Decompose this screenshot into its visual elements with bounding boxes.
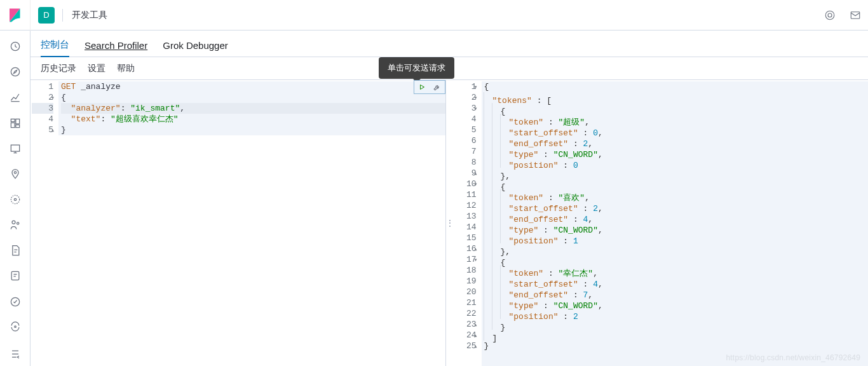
wrench-icon[interactable] <box>430 81 445 93</box>
svg-point-12 <box>14 198 16 200</box>
topbar: D 开发工具 <box>0 0 868 30</box>
svg-rect-7 <box>11 123 15 128</box>
send-request-tooltip: 单击可发送请求 <box>379 57 454 79</box>
svg-point-13 <box>12 221 15 224</box>
settings-link[interactable]: 设置 <box>88 63 105 74</box>
siem-icon[interactable] <box>0 315 31 339</box>
pane-resize-handle[interactable]: ⋮ <box>446 80 454 366</box>
maps-icon[interactable] <box>0 162 31 186</box>
response-viewer[interactable]: 1▾2▾3▾456789▴10▾111213141516▴17▾18192021… <box>454 80 869 366</box>
svg-point-4 <box>11 68 19 76</box>
request-actions <box>414 80 445 94</box>
tab-grok-debugger[interactable]: Grok Debugger <box>163 34 228 57</box>
svg-rect-9 <box>11 145 19 151</box>
svg-rect-15 <box>11 272 19 280</box>
svg-rect-6 <box>16 119 20 124</box>
svg-rect-8 <box>16 125 20 127</box>
svg-point-11 <box>11 195 19 203</box>
devtools-tabs: 控制台 Search Profiler Grok Debugger <box>31 30 868 57</box>
visualize-icon[interactable] <box>0 85 31 109</box>
help-link[interactable]: 帮助 <box>117 63 135 74</box>
svg-point-10 <box>14 172 16 173</box>
page-title: 开发工具 <box>72 10 107 21</box>
collapse-icon[interactable] <box>0 342 31 366</box>
svg-point-0 <box>825 11 834 20</box>
svg-rect-5 <box>11 119 15 121</box>
clock-icon[interactable] <box>0 34 31 58</box>
request-editor[interactable]: 12▾345▴ GET _analyze{ "analyzer": "ik_sm… <box>31 80 446 366</box>
separator <box>62 9 63 22</box>
history-link[interactable]: 历史记录 <box>41 63 76 74</box>
svg-point-14 <box>17 222 19 224</box>
mail-icon[interactable] <box>843 0 868 30</box>
logs-icon[interactable] <box>0 238 31 262</box>
dashboard-icon[interactable] <box>0 111 31 135</box>
kibana-logo[interactable] <box>0 0 31 30</box>
send-request-button[interactable] <box>414 81 430 93</box>
svg-rect-2 <box>851 11 860 18</box>
svg-point-17 <box>15 326 17 328</box>
ml-icon[interactable] <box>0 187 31 212</box>
uptime-icon[interactable] <box>0 290 31 314</box>
canvas-icon[interactable] <box>0 137 31 161</box>
svg-point-1 <box>828 13 832 17</box>
metrics-icon[interactable] <box>0 213 31 237</box>
space-badge[interactable]: D <box>38 7 55 24</box>
watermark: https://blog.csdn.net/weixin_46792649 <box>726 353 860 362</box>
help-icon[interactable] <box>817 0 843 30</box>
tab-console[interactable]: 控制台 <box>41 32 69 57</box>
side-nav <box>0 30 31 366</box>
compass-icon[interactable] <box>0 60 31 84</box>
apm-icon[interactable] <box>0 264 31 288</box>
tab-search-profiler[interactable]: Search Profiler <box>85 34 147 57</box>
